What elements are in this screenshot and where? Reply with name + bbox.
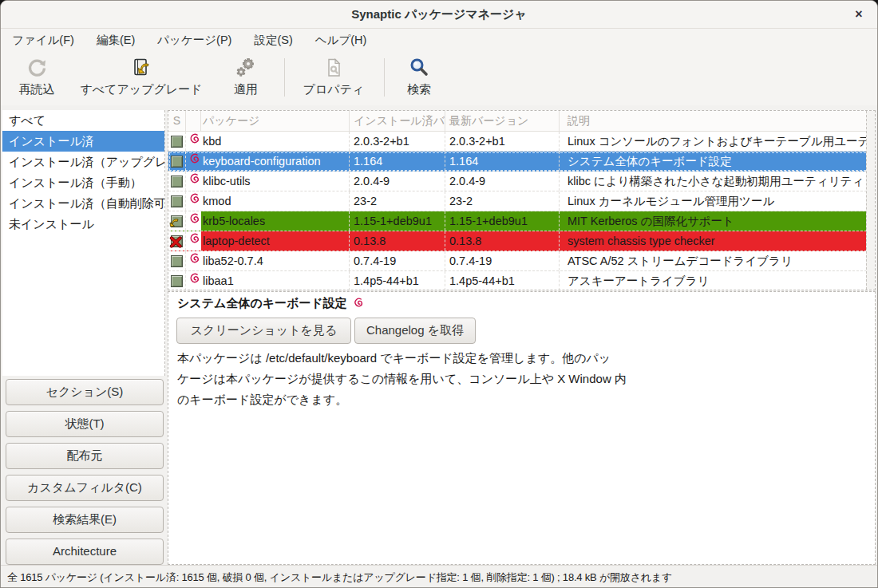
column-header-package[interactable]: パッケージ — [201, 111, 350, 131]
package-name: klibc-utils — [201, 172, 350, 191]
filter-installed-autoremovable[interactable]: インストール済（自動削除可 — [2, 193, 164, 214]
package-status-icon — [171, 156, 183, 168]
debian-swirl-icon — [188, 212, 200, 225]
latest-version: 1.164 — [445, 152, 560, 171]
package-name: keyboard-configuration — [201, 152, 350, 171]
installed-version: 2.0.4-9 — [350, 172, 445, 191]
package-status-icon — [171, 235, 183, 247]
column-header-installed-version[interactable]: インストール済バ — [350, 111, 445, 131]
menu-help[interactable]: ヘルプ(H) — [304, 29, 378, 52]
package-description: Linux カーネルモジュール管理用ツール — [560, 191, 875, 211]
get-changelog-button[interactable]: Changelog を取得 — [354, 318, 476, 344]
reload-icon — [10, 57, 63, 81]
latest-version: 1.15-1+deb9u1 — [445, 211, 560, 231]
package-table: S パッケージ インストール済バ 最新バージョン 説明 kbd 2.0.3-2+… — [168, 110, 876, 290]
installed-version: 1.15-1+deb9u1 — [350, 211, 445, 231]
status-button[interactable]: 状態(T) — [6, 411, 164, 437]
package-description: system chassis type checker — [560, 231, 875, 251]
toolbar-separator — [284, 58, 285, 97]
statusbar-text: 全 1615 パッケージ (インストール済: 1615 個, 破損 0 個, イ… — [7, 570, 672, 585]
search-icon — [397, 57, 441, 81]
custom-filters-button[interactable]: カスタムフィルタ(C) — [6, 475, 164, 501]
table-header: S パッケージ インストール済バ 最新バージョン 説明 — [168, 111, 875, 132]
sections-button[interactable]: セクション(S) — [6, 379, 164, 405]
apply-button[interactable]: 適用 — [220, 57, 271, 101]
synaptic-window: Synaptic パッケージマネージャ × ファイル(F) 編集(E) パッケー… — [0, 0, 878, 588]
filter-installed-manual[interactable]: インストール済（手動） — [2, 172, 164, 193]
properties-button[interactable]: プロパティ — [302, 57, 366, 101]
table-row[interactable]: kmod 23-2 23-2 Linux カーネルモジュール管理用ツール — [168, 191, 875, 211]
package-description: システム全体のキーボード設定 — [560, 152, 875, 171]
latest-version: 2.0.3-2+b1 — [445, 132, 560, 151]
upgrade-all-button[interactable]: すべてアップグレード — [77, 57, 206, 101]
latest-version: 23-2 — [445, 191, 560, 211]
debian-swirl-icon — [188, 192, 200, 205]
debian-swirl-icon — [188, 272, 200, 285]
package-status-icon — [171, 136, 183, 148]
package-status-icon — [171, 215, 183, 227]
table-row[interactable]: laptop-detect 0.13.8 0.13.8 system chass… — [168, 231, 875, 251]
debian-swirl-icon — [188, 252, 200, 265]
latest-version: 0.7.4-19 — [445, 251, 560, 270]
table-row[interactable]: krb5-locales 1.15-1+deb9u1 1.15-1+deb9u1… — [168, 211, 875, 231]
table-scrollbar[interactable] — [866, 111, 875, 290]
latest-version: 2.0.4-9 — [445, 172, 560, 191]
filter-installed[interactable]: インストール済 — [2, 131, 164, 152]
package-status-icon — [171, 275, 183, 287]
column-header-latest-version[interactable]: 最新バージョン — [445, 111, 560, 131]
properties-icon — [302, 57, 366, 81]
package-name: libaa1 — [201, 271, 350, 290]
column-header-description[interactable]: 説明 — [560, 111, 875, 131]
installed-version: 0.13.8 — [350, 231, 445, 251]
view-screenshot-button[interactable]: スクリーンショットを見る — [176, 318, 351, 344]
package-name: kbd — [201, 132, 350, 151]
filter-not-installed[interactable]: 未インストール — [2, 214, 164, 235]
table-row[interactable]: libaa1 1.4p5-44+b1 1.4p5-44+b1 アスキーアートライ… — [168, 271, 875, 290]
column-header-status[interactable]: S — [168, 111, 186, 131]
debian-swirl-icon — [188, 152, 200, 165]
filter-all[interactable]: すべて — [2, 110, 164, 131]
package-name: krb5-locales — [201, 211, 350, 231]
menu-file[interactable]: ファイル(F) — [1, 29, 85, 52]
details-description: 本パッケージは /etc/default/keyboard でキーボード設定を管… — [177, 348, 672, 410]
menu-package[interactable]: パッケージ(P) — [146, 29, 243, 52]
filter-list: すべて インストール済 インストール済（アップグレ インストール済（手動） イン… — [2, 110, 165, 376]
installed-version: 1.164 — [350, 152, 445, 171]
package-status-icon — [171, 176, 183, 187]
upgrade-all-icon — [77, 57, 206, 81]
debian-swirl-icon — [188, 132, 200, 145]
apply-gears-icon — [220, 57, 271, 81]
installed-version: 23-2 — [350, 191, 445, 211]
table-row[interactable]: klibc-utils 2.0.4-9 2.0.4-9 klibc により構築さ… — [168, 172, 875, 191]
package-description: klibc により構築された小さな起動初期用ユーティリティ — [560, 172, 875, 191]
origin-button[interactable]: 配布元 — [6, 443, 164, 469]
table-row[interactable]: keyboard-configuration 1.164 1.164 システム全… — [168, 152, 875, 172]
column-header-supported[interactable] — [186, 111, 201, 131]
menu-edit[interactable]: 編集(E) — [85, 29, 146, 52]
package-description: Linux コンソールのフォントおよびキーテーブル用ユーテ — [560, 132, 875, 151]
reload-button[interactable]: 再読込 — [10, 57, 63, 101]
package-name: liba52-0.7.4 — [201, 251, 350, 270]
toolbar: 再読込 すべてアップグレード — [1, 52, 877, 106]
package-status-icon — [171, 195, 183, 207]
toolbar-separator — [384, 58, 385, 97]
search-results-button[interactable]: 検索結果(E) — [6, 507, 164, 533]
table-row[interactable]: kbd 2.0.3-2+b1 2.0.3-2+b1 Linux コンソールのフォ… — [168, 132, 875, 152]
installed-version: 1.4p5-44+b1 — [350, 271, 445, 290]
package-description: MIT Kerberos の国際化サポート — [560, 211, 875, 231]
window-title: Synaptic パッケージマネージャ — [1, 7, 877, 22]
package-description: ATSC A/52 ストリームデコードライブラリ — [560, 251, 875, 270]
filter-installed-upgradable[interactable]: インストール済（アップグレ — [2, 152, 164, 172]
menu-settings[interactable]: 設定(S) — [243, 29, 303, 52]
debian-swirl-icon — [188, 172, 200, 185]
menubar: ファイル(F) 編集(E) パッケージ(P) 設定(S) ヘルプ(H) — [1, 29, 877, 52]
package-status-icon — [171, 255, 183, 267]
architecture-button[interactable]: Architecture — [6, 539, 164, 565]
close-button[interactable]: × — [848, 4, 869, 25]
installed-version: 0.7.4-19 — [350, 251, 445, 270]
table-row[interactable]: liba52-0.7.4 0.7.4-19 0.7.4-19 ATSC A/52… — [168, 251, 875, 271]
package-description: アスキーアートライブラリ — [560, 271, 875, 290]
debian-swirl-icon — [352, 298, 364, 311]
main-area: すべて インストール済 インストール済（アップグレ インストール済（手動） イン… — [1, 105, 877, 565]
search-button[interactable]: 検索 — [397, 57, 441, 101]
